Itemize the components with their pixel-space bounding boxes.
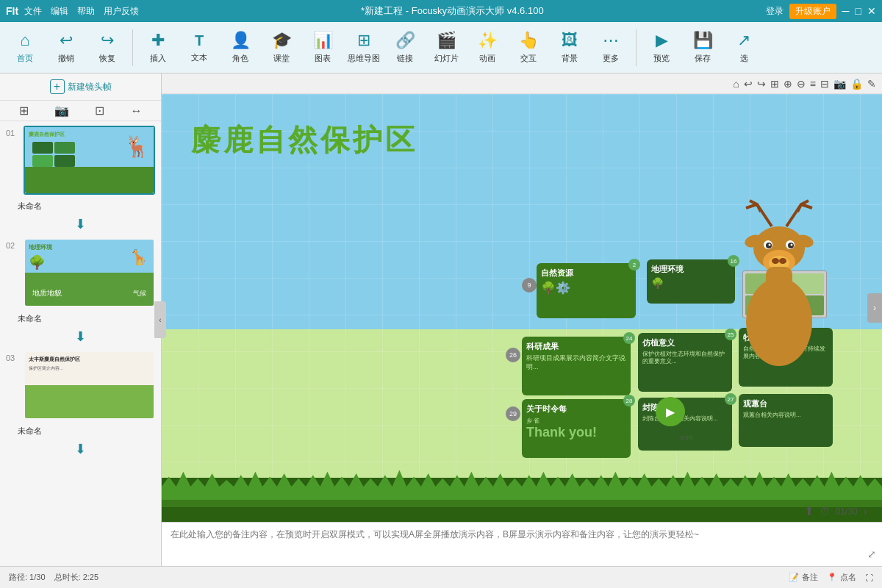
align-icon[interactable]: ≡ (810, 78, 816, 90)
distribute-icon[interactable]: ⊟ (820, 78, 829, 90)
node-platform[interactable]: 27 封陈台 封陈台观测站相关内容说明... (638, 398, 732, 451)
edit-canvas-icon[interactable]: ✎ (867, 78, 876, 90)
dotname-btn[interactable]: 📍 点名 (827, 572, 856, 583)
toolbar-undo[interactable]: ↩ 撤销 (47, 26, 85, 70)
slide-label-3: 未命名 (0, 424, 161, 440)
title-bar-right: 登录 升级账户 ─ □ ✕ (766, 4, 876, 19)
toolbar-link[interactable]: 🔗 链接 (386, 26, 424, 70)
toolbar-character[interactable]: 👤 角色 (221, 26, 259, 70)
toolbar-save-label: 保存 (695, 53, 711, 64)
text-icon: T (195, 32, 204, 49)
notes-input[interactable] (171, 528, 873, 560)
minimize-button[interactable]: ─ (842, 5, 850, 17)
mini-box-1 (32, 142, 53, 154)
toolbar-background[interactable]: 🖼 背景 (551, 26, 589, 70)
toolbar-more[interactable]: ⋯ 更多 (592, 26, 630, 70)
menu-edit[interactable]: 编辑 (51, 5, 68, 18)
canvas-nav-timer[interactable]: ⏱ (820, 506, 830, 517)
login-button[interactable]: 登录 (766, 5, 784, 18)
main-canvas[interactable]: 麋鹿自然保护区 9 2 自然资源 🌳⚙️ 16 地理环境 🌳 (162, 94, 882, 522)
title-bar: FIt 文件 编辑 帮助 用户反馈 *新建工程 - Focusky动画演示大师 … (0, 0, 882, 22)
menu-bar: 文件 编辑 帮助 用户反馈 (24, 5, 139, 18)
fit-tool[interactable]: ⊡ (95, 104, 104, 118)
mini-box-4 (54, 155, 75, 167)
menu-help[interactable]: 帮助 (77, 5, 95, 18)
toolbar-preview[interactable]: ▶ 预览 (642, 26, 681, 70)
svg-point-7 (769, 244, 771, 246)
frame-tools: ⊞ 📷 ⊡ ↔ (0, 101, 161, 121)
toolbar-select[interactable]: ↗ 选 (725, 26, 763, 70)
svg-point-8 (791, 244, 793, 246)
frame-canvas-icon[interactable]: ⊞ (770, 78, 779, 90)
toolbar-save[interactable]: 💾 保存 (684, 26, 722, 70)
thank-you-text: Thank you! (526, 425, 626, 440)
upgrade-button[interactable]: 升级账户 (789, 4, 836, 19)
new-frame-button[interactable]: + 新建镜头帧 (0, 74, 161, 101)
slide-thumb-3[interactable]: 太丰斯麋鹿自然保护区 保护区简介内容... (24, 351, 155, 420)
cont-label: cont (680, 434, 692, 441)
slide-transition-2: ⬇ (0, 327, 161, 346)
toolbar-redo[interactable]: ↪ 恢复 (88, 26, 126, 70)
toolbar-more-label: 更多 (603, 53, 619, 64)
plus-icon: + (50, 79, 65, 94)
node-badge-26: 26 (506, 348, 520, 362)
camera-canvas-icon[interactable]: 📷 (833, 78, 846, 90)
toolbar-animation[interactable]: ✨ 动画 (468, 26, 506, 70)
panel-collapse-button[interactable]: ‹ (154, 301, 166, 338)
toolbar-mindmap[interactable]: ⊞ 思维导图 (345, 26, 383, 70)
menu-file[interactable]: 文件 (24, 5, 42, 18)
notes-expand-icon[interactable]: ⤢ (867, 548, 876, 560)
thumb-deer-1: 🦌 (124, 135, 150, 159)
slide-item-2[interactable]: 02 地理环境 🌳 🦒 地质地貌 气候 (0, 234, 161, 312)
transition-icon-3: ⬇ (75, 442, 86, 456)
toolbar-insert[interactable]: ✚ 插入 (139, 26, 177, 70)
home-canvas-icon[interactable]: ⌂ (733, 78, 739, 90)
canvas-nav-share[interactable]: ⬆ (804, 504, 814, 518)
toolbar-slideshow-label: 幻灯片 (434, 53, 459, 64)
maximize-button[interactable]: □ (856, 5, 861, 17)
redo-canvas-icon[interactable]: ↪ (757, 78, 766, 90)
slide-item-3[interactable]: 03 太丰斯麋鹿自然保护区 保护区简介内容... (0, 346, 161, 424)
status-left: 路径: 1/30 总时长: 2:25 (9, 572, 98, 583)
slide-thumb-1[interactable]: 麋鹿自然保护区 🦌 (24, 126, 155, 195)
fullscreen-btn[interactable]: ⛶ (865, 573, 873, 582)
copy-frame-tool[interactable]: ⊞ (19, 104, 29, 118)
toolbar-slideshow[interactable]: 🎬 幻灯片 (427, 26, 465, 70)
slide-number-1: 01 (6, 126, 19, 137)
menu-feedback[interactable]: 用户反馈 (104, 5, 139, 18)
status-duration: 总时长: 2:25 (54, 572, 99, 583)
move-tool[interactable]: ↔ (130, 104, 142, 118)
zoom-in-icon[interactable]: ⊕ (784, 78, 792, 90)
toolbar-text[interactable]: T 文本 (180, 26, 218, 70)
toolbar-chart[interactable]: 📊 图表 (304, 26, 342, 70)
canvas-bottom-nav: ⬆ ⏱ 01/30 › (804, 504, 867, 518)
toolbar-classroom[interactable]: 🎓 课堂 (262, 26, 301, 70)
camera-tool[interactable]: 📷 (54, 104, 69, 118)
toolbar-mindmap-label: 思维导图 (348, 53, 380, 64)
toolbar-undo-label: 撤销 (58, 53, 74, 64)
more-icon: ⋯ (603, 31, 619, 50)
lock-icon[interactable]: 🔒 (850, 78, 863, 90)
node-research[interactable]: 24 科研成果 科研项目成果展示内容简介文字说明... (522, 337, 631, 395)
mini-box-3 (32, 155, 53, 167)
toolbar-background-label: 背景 (562, 53, 578, 64)
slide-label-2: 未命名 (0, 312, 161, 327)
play-button[interactable]: ▶ (656, 397, 685, 426)
close-button[interactable]: ✕ (867, 5, 876, 17)
slide-item-1[interactable]: 01 麋鹿自然保护区 🦌 (0, 121, 161, 199)
toolbar-home[interactable]: ⌂ 首页 (6, 26, 44, 70)
save-icon: 💾 (693, 31, 713, 50)
zoom-out-icon[interactable]: ⊖ (797, 78, 806, 90)
undo-canvas-icon[interactable]: ↩ (744, 78, 753, 90)
notes-btn[interactable]: 📝 备注 (789, 572, 818, 583)
canvas-nav-next[interactable]: › (864, 505, 867, 518)
right-collapse-arrow[interactable]: › (867, 293, 882, 323)
thumb-title-1: 麋鹿自然保护区 (29, 131, 65, 138)
deer-svg (706, 197, 853, 403)
chart-icon: 📊 (313, 31, 333, 50)
canvas-area: ⌂ ↩ ↪ ⊞ ⊕ ⊖ ≡ ⊟ 📷 🔒 ✎ 麋鹿自然保护区 9 2 (162, 74, 882, 566)
slide-thumb-2[interactable]: 地理环境 🌳 🦒 地质地貌 气候 (24, 238, 155, 307)
toolbar-interact-label: 交互 (520, 53, 537, 64)
node-natural-resources[interactable]: 2 自然资源 🌳⚙️ (537, 263, 636, 318)
toolbar-interact[interactable]: 👆 交互 (509, 26, 548, 70)
